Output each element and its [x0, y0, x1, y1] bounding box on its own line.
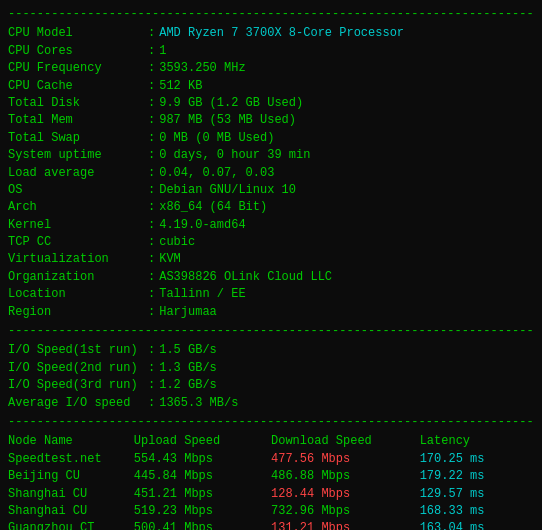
node-name-cell: Speedtest.net: [8, 451, 134, 468]
iospeed-section: I/O Speed(1st run): 1.5 GB/sI/O Speed(2n…: [8, 342, 534, 412]
sysinfo-row: System uptime: 0 days, 0 hour 39 min: [8, 147, 534, 164]
node-latency-cell: 129.57 ms: [420, 486, 534, 503]
info-colon: :: [148, 234, 155, 251]
node-download: 128.44 Mbps: [271, 487, 350, 501]
node-col-header: Download Speed: [271, 433, 420, 450]
info-label: Virtualization: [8, 251, 148, 268]
sysinfo-row: Organization: AS398826 OLink Cloud LLC: [8, 269, 534, 286]
node-name: Shanghai: [8, 504, 66, 518]
sysinfo-row: Total Swap: 0 MB (0 MB Used): [8, 130, 534, 147]
node-code: CU: [66, 487, 88, 501]
mbps-label: Mbps: [184, 504, 213, 518]
iospeed-value: 1.3 GB/s: [159, 360, 217, 377]
info-label: Kernel: [8, 217, 148, 234]
info-label: Region: [8, 304, 148, 321]
mbps-label: Mbps: [321, 521, 350, 530]
info-value: 9.9 GB (1.2 GB Used): [159, 95, 303, 112]
node-col-header: Latency: [420, 433, 534, 450]
info-label: Organization: [8, 269, 148, 286]
info-value: 0 days, 0 hour 39 min: [159, 147, 310, 164]
node-download-cell: 732.96 Mbps: [271, 503, 420, 520]
node-section: Node NameUpload SpeedDownload SpeedLaten…: [8, 433, 534, 530]
node-latency-cell: 179.22 ms: [420, 468, 534, 485]
info-value: KVM: [159, 251, 181, 268]
node-latency: 163.04 ms: [420, 521, 485, 530]
node-code: CU: [58, 469, 80, 483]
info-colon: :: [148, 251, 155, 268]
node-upload-cell: 451.21 Mbps: [134, 486, 271, 503]
node-name: Shanghai: [8, 487, 66, 501]
node-download: 131.21 Mbps: [271, 521, 350, 530]
sysinfo-row: Region: Harjumaa: [8, 304, 534, 321]
node-latency-cell: 170.25 ms: [420, 451, 534, 468]
sysinfo-row: Kernel: 4.19.0-amd64: [8, 217, 534, 234]
info-value: 512 KB: [159, 78, 202, 95]
node-upload-cell: 445.84 Mbps: [134, 468, 271, 485]
iospeed-row: I/O Speed(2nd run): 1.3 GB/s: [8, 360, 534, 377]
node-table: Node NameUpload SpeedDownload SpeedLaten…: [8, 433, 534, 530]
node-name-cell: Beijing CU: [8, 468, 134, 485]
info-value: 0.04, 0.07, 0.03: [159, 165, 274, 182]
info-colon: :: [148, 304, 155, 321]
info-value: AS398826 OLink Cloud LLC: [159, 269, 332, 286]
info-colon: :: [148, 130, 155, 147]
node-upload-cell: 519.23 Mbps: [134, 503, 271, 520]
node-latency: 179.22 ms: [420, 469, 485, 483]
sysinfo-row: CPU Frequency: 3593.250 MHz: [8, 60, 534, 77]
mid-divider2: ----------------------------------------…: [8, 414, 534, 431]
sysinfo-row: Arch: x86_64 (64 Bit): [8, 199, 534, 216]
iospeed-row: I/O Speed(1st run): 1.5 GB/s: [8, 342, 534, 359]
info-label: Load average: [8, 165, 148, 182]
node-name-cell: Guangzhou CT: [8, 520, 134, 530]
info-label: OS: [8, 182, 148, 199]
iospeed-row: I/O Speed(3rd run): 1.2 GB/s: [8, 377, 534, 394]
sysinfo-row: Location: Tallinn / EE: [8, 286, 534, 303]
node-row: Shanghai CU451.21 Mbps128.44 Mbps129.57 …: [8, 486, 534, 503]
node-row: Speedtest.net554.43 Mbps477.56 Mbps170.2…: [8, 451, 534, 468]
sysinfo-row: Virtualization: KVM: [8, 251, 534, 268]
node-name-cell: Shanghai CU: [8, 486, 134, 503]
node-latency: 168.33 ms: [420, 504, 485, 518]
info-value: 1: [159, 43, 166, 60]
info-colon: :: [148, 269, 155, 286]
node-download: 732.96 Mbps: [271, 504, 350, 518]
node-upload: 500.41 Mbps: [134, 521, 213, 530]
mbps-label: Mbps: [321, 487, 350, 501]
node-latency: 170.25 ms: [420, 452, 485, 466]
sysinfo-row: OS: Debian GNU/Linux 10: [8, 182, 534, 199]
node-name-cell: Shanghai CU: [8, 503, 134, 520]
info-colon: :: [148, 182, 155, 199]
info-colon: :: [148, 199, 155, 216]
node-latency-cell: 163.04 ms: [420, 520, 534, 530]
top-divider: ----------------------------------------…: [8, 6, 534, 23]
info-label: Arch: [8, 199, 148, 216]
node-download-cell: 131.21 Mbps: [271, 520, 420, 530]
iospeed-colon: :: [148, 395, 155, 412]
node-row: Beijing CU445.84 Mbps486.88 Mbps179.22 m…: [8, 468, 534, 485]
info-label: Total Disk: [8, 95, 148, 112]
iospeed-value: 1.2 GB/s: [159, 377, 217, 394]
info-colon: :: [148, 165, 155, 182]
info-label: Total Swap: [8, 130, 148, 147]
info-label: CPU Cores: [8, 43, 148, 60]
mbps-label: Mbps: [321, 504, 350, 518]
info-colon: :: [148, 25, 155, 42]
node-download: 477.56 Mbps: [271, 452, 350, 466]
sysinfo-row: TCP CC: cubic: [8, 234, 534, 251]
mbps-label: Mbps: [184, 452, 213, 466]
mbps-label: Mbps: [184, 521, 213, 530]
node-download: 486.88 Mbps: [271, 469, 350, 483]
iospeed-label: I/O Speed(3rd run): [8, 377, 148, 394]
info-label: Total Mem: [8, 112, 148, 129]
node-col-header: Node Name: [8, 433, 134, 450]
info-value: 4.19.0-amd64: [159, 217, 245, 234]
node-upload-cell: 554.43 Mbps: [134, 451, 271, 468]
node-row: Shanghai CU519.23 Mbps732.96 Mbps168.33 …: [8, 503, 534, 520]
node-name: Speedtest.net: [8, 452, 102, 466]
info-label: CPU Frequency: [8, 60, 148, 77]
iospeed-label: I/O Speed(1st run): [8, 342, 148, 359]
info-value: Harjumaa: [159, 304, 217, 321]
info-colon: :: [148, 78, 155, 95]
info-colon: :: [148, 286, 155, 303]
info-label: TCP CC: [8, 234, 148, 251]
